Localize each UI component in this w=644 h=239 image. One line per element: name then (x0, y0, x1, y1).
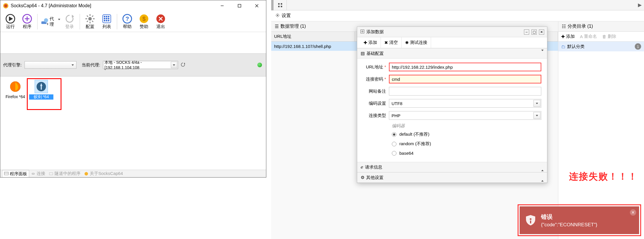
new-icon (360, 29, 365, 35)
svg-rect-32 (106, 20, 107, 21)
dialog-minimize[interactable]: – (524, 29, 529, 35)
maximize-button[interactable] (231, 0, 248, 11)
category-row[interactable]: 🗀 默认分类 1 (558, 42, 644, 51)
panel-icon (4, 171, 9, 176)
svg-marker-41 (184, 63, 185, 64)
program-item-antsword[interactable]: 蚁剑 *64 (29, 80, 53, 100)
panel-header[interactable]: ☷ 分类目录 (1) (558, 21, 644, 32)
donate-label: 赞助 (140, 24, 148, 29)
add-category-button[interactable]: ✚添加 (561, 34, 575, 39)
chevron-down-icon (58, 20, 61, 23)
svg-line-58 (276, 14, 277, 14)
plus-icon: ✚ (561, 34, 565, 39)
radio-base64[interactable]: base64 (392, 151, 541, 156)
add-label: 添加 (368, 40, 377, 45)
program-button[interactable]: 程序 (19, 12, 35, 31)
section-request[interactable]: ℯ 请求信息 (357, 162, 547, 172)
section-basic[interactable]: ▤ 基础配置 (357, 48, 547, 59)
program-item-firefox[interactable]: Firefox *64 (3, 80, 27, 99)
tab-panel[interactable]: 程序面板 (2, 170, 29, 177)
rename-category-button[interactable]: A重命名 (580, 34, 597, 39)
donate-button[interactable]: $ 赞助 (136, 12, 152, 31)
dialog-close[interactable]: ✕ (539, 29, 544, 35)
list-label: 列表 (102, 24, 111, 29)
program-grid[interactable]: Firefox *64 蚁剑 *64 (0, 76, 266, 160)
form-basic: URL地址* http://192.168.22.129/index.php 连… (357, 59, 547, 162)
svg-rect-29 (106, 18, 107, 19)
toast-close[interactable]: ✕ (630, 209, 636, 216)
close-button[interactable] (248, 0, 265, 11)
tab-connections[interactable]: 连接 (29, 170, 47, 177)
svg-point-12 (44, 18, 48, 23)
minimize-button[interactable] (214, 0, 231, 11)
play-icon (5, 14, 16, 24)
svg-line-59 (278, 16, 279, 16)
refresh-icon[interactable] (180, 62, 186, 68)
login-label: 登录 (65, 24, 74, 29)
type-select[interactable]: PHP (389, 111, 541, 120)
help-icon: ? (122, 14, 132, 24)
url-input[interactable]: http://192.168.22.129/index.php (389, 63, 541, 71)
drag-handle[interactable] (271, 0, 274, 10)
titlebar[interactable]: SocksCap64 - 4.7 [Administrator Mode] (0, 0, 266, 11)
login-button[interactable]: 登录 (62, 12, 77, 31)
proxy-icon (40, 16, 49, 27)
home-button[interactable] (274, 0, 287, 10)
svg-rect-3 (238, 4, 241, 7)
error-toast[interactable]: 错误 {"code":"ECONNRESET"} ✕ (520, 206, 639, 234)
list-button[interactable]: 列表 (99, 12, 115, 31)
svg-line-20 (87, 16, 88, 17)
type-label: 连接类型 (369, 113, 386, 118)
radio-random[interactable]: random (不推荐) (392, 141, 541, 147)
exit-button[interactable]: 退出 (153, 12, 169, 31)
section-label: 其他设置 (366, 175, 383, 180)
clear-label: 清空 (389, 40, 398, 45)
dialog-maximize[interactable]: ▢ (531, 29, 537, 35)
svg-rect-51 (278, 6, 280, 7)
toast-body: {"code":"ECONNRESET"} (541, 222, 597, 228)
svg-rect-52 (281, 6, 282, 7)
svg-rect-25 (104, 16, 105, 17)
run-button[interactable]: 运行 (3, 12, 18, 31)
current-proxy-select[interactable]: 本地 - SOCKS 4/4a - [192.168.1.104:108 (103, 61, 178, 69)
col-url[interactable]: URL地址 (271, 32, 355, 41)
tab-about[interactable]: 关于SocksCap64 (82, 170, 125, 177)
svg-line-61 (276, 16, 277, 16)
panel-title: 分类目录 (1) (568, 23, 593, 29)
spinner-icon: ✺ (405, 40, 409, 45)
panel-title: 数据管理 (1) (280, 23, 306, 29)
program-label: Firefox *64 (3, 94, 27, 99)
dialog-titlebar[interactable]: 添加数据 – ▢ ✕ (357, 27, 547, 37)
folder-icon: 🗀 (561, 44, 566, 49)
globe-icon: ℯ (361, 165, 363, 170)
sliders-icon: ⚙ (361, 175, 364, 180)
note-label: 网站备注 (369, 89, 386, 94)
tab-tunnel[interactable]: 隧道中的程序 (47, 170, 82, 177)
svg-rect-33 (108, 20, 109, 21)
chevron-down-icon (541, 51, 544, 56)
proxy-button[interactable]: 代理 (40, 12, 61, 31)
delete-category-button[interactable]: 🗑删除 (602, 34, 616, 39)
help-button[interactable]: ? 帮助 (119, 12, 135, 31)
rename-label: 重命名 (584, 34, 597, 39)
config-button[interactable]: 配置 (82, 12, 98, 31)
add-button[interactable]: ✚添加 (360, 37, 381, 48)
password-input[interactable]: cmd (389, 75, 541, 83)
note-input[interactable] (389, 87, 541, 96)
encoding-select[interactable]: UTF8 (389, 99, 541, 108)
svg-line-21 (92, 21, 93, 22)
program-label: 蚁剑 *64 (29, 94, 53, 100)
add-data-dialog[interactable]: 添加数据 – ▢ ✕ ✚添加 ✖清空 ✺测试连接 ▤ 基础配置 (357, 27, 547, 183)
section-other[interactable]: ⚙ 其他设置 (357, 172, 547, 183)
engine-select[interactable] (25, 61, 76, 69)
radio-default[interactable]: default (不推荐) (392, 132, 541, 137)
svg-rect-26 (106, 16, 107, 17)
antsword-icon (35, 80, 48, 93)
settings-bar[interactable]: 设置 (271, 10, 644, 21)
radio-icon (392, 132, 396, 137)
scroll-right-button[interactable]: ▶ (635, 0, 644, 10)
dollar-icon: $ (139, 14, 149, 24)
clear-button[interactable]: ✖清空 (381, 37, 402, 48)
test-button[interactable]: ✺测试连接 (402, 37, 431, 48)
refresh-icon (64, 14, 75, 24)
